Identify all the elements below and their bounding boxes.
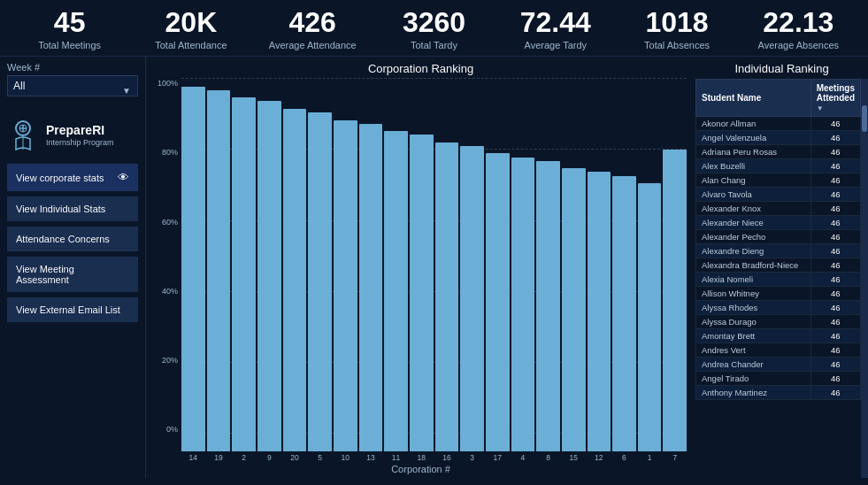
week-label: Week # <box>7 62 138 73</box>
bar-9[interactable] <box>410 135 434 451</box>
scrollbar-thumb[interactable] <box>862 105 867 132</box>
eye-icon-0: 👁 <box>118 171 129 184</box>
bar-col-15[interactable] <box>562 79 586 451</box>
bar-col-19[interactable] <box>663 79 687 451</box>
table-row: Alexander Niece46 <box>696 216 861 230</box>
bar-col-2[interactable] <box>232 79 256 451</box>
meetings-count-11: 46 <box>810 273 860 287</box>
bar-1[interactable] <box>207 90 231 451</box>
prepare-ri-logo <box>7 119 39 151</box>
bar-6[interactable] <box>334 120 357 452</box>
student-name-4: Alan Chang <box>696 173 811 188</box>
student-name-18: Angel Tirado <box>696 372 811 386</box>
bar-col-0[interactable] <box>181 79 205 451</box>
bar-18[interactable] <box>638 183 662 451</box>
y-label-4: 20% <box>162 356 178 365</box>
chart-area: Corporation Ranking 100%80%60%40%20%0% 1… <box>146 57 695 478</box>
y-label-1: 80% <box>162 148 178 157</box>
bar-14[interactable] <box>536 161 560 451</box>
bar-col-10[interactable] <box>435 79 459 451</box>
stat-item-4: 72.44Average Tardy <box>507 7 604 50</box>
stat-item-3: 3260Total Tardy <box>385 7 482 50</box>
week-select[interactable]: All <box>7 75 138 96</box>
table-row: Alexander Pecho46 <box>696 230 861 244</box>
bar-col-5[interactable] <box>308 79 332 451</box>
table-row: Allison Whitney46 <box>696 287 861 301</box>
stat-label-6: Average Absences <box>749 40 847 50</box>
nav-btn-3[interactable]: View Meeting Assessment <box>7 257 138 292</box>
bar-16[interactable] <box>588 172 611 451</box>
bar-10[interactable] <box>435 142 459 451</box>
student-name-12: Allison Whitney <box>696 287 811 301</box>
bar-col-13[interactable] <box>511 79 535 451</box>
logo-text: PrepareRI Internship Program <box>46 124 114 146</box>
bar-col-4[interactable] <box>283 79 307 451</box>
stat-item-6: 22.13Average Absences <box>749 7 847 50</box>
bar-col-9[interactable] <box>410 79 434 451</box>
week-select-wrapper[interactable]: All ▼ <box>7 75 138 105</box>
meetings-count-2: 46 <box>810 145 860 159</box>
bar-3[interactable] <box>257 101 281 451</box>
table-row: Alan Chang46 <box>696 173 861 188</box>
bar-col-14[interactable] <box>536 79 560 451</box>
student-name-17: Andrea Chander <box>696 358 811 372</box>
col-student-name: Student Name <box>696 80 811 117</box>
ranking-tbody: Akonor Allman46Angel Valenzuela46Adriana… <box>696 117 861 400</box>
student-name-0: Akonor Allman <box>696 117 811 131</box>
bar-12[interactable] <box>486 153 510 451</box>
bar-5[interactable] <box>308 112 332 451</box>
student-name-10: Alexandra Bradford-Niece <box>696 258 811 273</box>
bar-2[interactable] <box>232 97 256 451</box>
bar-col-7[interactable] <box>359 79 383 451</box>
x-label-6: 10 <box>334 453 357 462</box>
table-scroll[interactable]: Student Name Meetings Attended ▼ Akonor … <box>695 79 861 478</box>
nav-btn-1[interactable]: View Individual Stats <box>7 196 138 221</box>
nav-btn-label-1: View Individual Stats <box>16 204 105 214</box>
bar-col-6[interactable] <box>334 79 357 451</box>
bar-11[interactable] <box>460 146 484 451</box>
bar-8[interactable] <box>384 131 408 451</box>
bar-col-11[interactable] <box>460 79 484 451</box>
bar-4[interactable] <box>283 109 307 451</box>
nav-btn-label-4: View External Email List <box>16 304 120 315</box>
bar-col-12[interactable] <box>486 79 510 451</box>
logo-area: PrepareRI Internship Program <box>7 119 138 151</box>
student-name-2: Adriana Peru Rosas <box>696 145 811 159</box>
bar-col-17[interactable] <box>612 79 636 451</box>
meetings-count-18: 46 <box>810 372 860 386</box>
bar-col-1[interactable] <box>207 79 231 451</box>
bar-13[interactable] <box>511 158 535 452</box>
nav-btn-2[interactable]: Attendance Concerns <box>7 227 138 251</box>
bar-col-3[interactable] <box>257 79 281 451</box>
bar-0[interactable] <box>181 87 205 452</box>
logo-sub: Internship Program <box>46 138 114 147</box>
bar-col-16[interactable] <box>588 79 611 451</box>
sidebar: Week # All ▼ PrepareRI Internship Progra… <box>0 57 146 478</box>
student-name-3: Alex Buzelli <box>696 159 811 173</box>
ranking-area: Individual Ranking Student Name Meetings… <box>695 57 868 478</box>
meetings-count-10: 46 <box>810 258 860 273</box>
stat-value-1: 20K <box>142 7 240 38</box>
meetings-count-5: 46 <box>810 188 860 202</box>
bar-19[interactable] <box>663 150 687 451</box>
col-meetings-attended[interactable]: Meetings Attended ▼ <box>810 80 860 117</box>
main-content: Week # All ▼ PrepareRI Internship Progra… <box>0 57 868 478</box>
table-row: Adriana Peru Rosas46 <box>696 145 861 159</box>
bar-col-18[interactable] <box>638 79 662 451</box>
nav-btn-0[interactable]: View corporate stats👁 <box>7 164 138 191</box>
meetings-count-9: 46 <box>810 244 860 258</box>
bar-col-8[interactable] <box>384 79 408 451</box>
x-label-5: 5 <box>308 453 332 462</box>
bar-7[interactable] <box>359 124 383 451</box>
meetings-count-15: 46 <box>810 329 860 343</box>
student-name-1: Angel Valenzuela <box>696 131 811 145</box>
student-name-9: Alexandre Dieng <box>696 244 811 258</box>
x-label-12: 17 <box>486 453 510 462</box>
nav-btn-4[interactable]: View External Email List <box>7 297 138 322</box>
nav-btn-label-3: View Meeting Assessment <box>16 264 129 285</box>
bar-17[interactable] <box>612 176 636 452</box>
x-label-14: 8 <box>536 453 560 462</box>
scrollbar[interactable] <box>861 79 868 478</box>
bar-15[interactable] <box>562 168 586 451</box>
stat-item-1: 20KTotal Attendance <box>142 7 240 50</box>
